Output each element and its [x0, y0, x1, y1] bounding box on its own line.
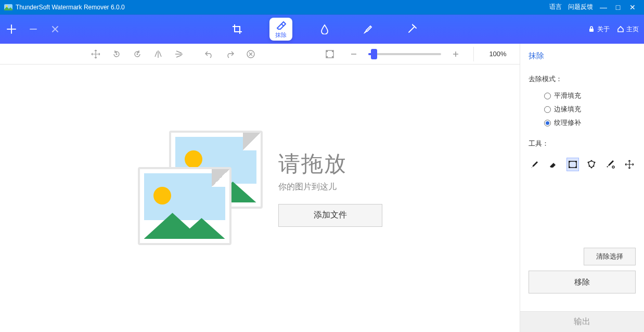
delete-icon[interactable] [241, 45, 260, 63]
mode-texture-label: 纹理修补 [554, 118, 581, 127]
mode-texture-option[interactable]: 纹理修补 [529, 116, 636, 130]
drop-title: 请拖放 [278, 149, 382, 178]
svg-point-4 [137, 53, 138, 55]
crop-icon [232, 24, 242, 34]
svg-point-16 [588, 162, 589, 163]
svg-point-19 [593, 165, 595, 167]
rect-select-tool[interactable] [566, 158, 579, 171]
svg-point-17 [591, 160, 593, 162]
drop-subtitle: 你的图片到这儿 [278, 182, 382, 193]
about-label: 关于 [597, 25, 610, 34]
tool-blur[interactable] [313, 18, 336, 41]
tool-erase[interactable]: 抹除 [269, 18, 292, 41]
svg-rect-10 [332, 56, 333, 58]
paint-tool[interactable] [529, 158, 541, 171]
mode-smooth-option[interactable]: 平滑填充 [529, 89, 636, 103]
tool-crop[interactable] [226, 18, 249, 41]
zoom-value: 100% [482, 50, 513, 58]
mode-edge-label: 边缘填充 [554, 105, 581, 114]
secondary-toolbar: 100% [0, 44, 520, 65]
svg-rect-13 [575, 161, 577, 162]
svg-rect-2 [589, 29, 594, 32]
svg-rect-12 [569, 161, 570, 162]
svg-rect-15 [575, 167, 577, 168]
svg-rect-11 [569, 161, 576, 168]
app-icon [4, 3, 12, 11]
move-tool-icon[interactable] [86, 45, 105, 63]
tool-wand[interactable] [401, 18, 423, 41]
fit-icon[interactable] [320, 45, 339, 63]
redo-icon[interactable] [221, 45, 239, 63]
radio-icon [544, 106, 551, 113]
output-button[interactable]: 输出 [520, 311, 644, 332]
radio-icon [544, 93, 551, 99]
svg-rect-7 [326, 50, 328, 52]
flip-v-icon[interactable] [170, 45, 188, 63]
canvas-drop-zone[interactable]: 请拖放 你的图片到这儿 添加文件 [78, 65, 442, 311]
eraser-icon [276, 21, 286, 31]
add-file-icon[interactable] [5, 23, 18, 35]
svg-point-22 [612, 166, 614, 168]
remove-button[interactable]: 移除 [529, 271, 636, 293]
close-button[interactable]: ✕ [625, 0, 640, 15]
clear-selection-button[interactable]: 清除选择 [584, 248, 636, 265]
brush-icon [363, 24, 373, 34]
rotate-cw-icon[interactable] [128, 45, 147, 63]
svg-rect-8 [332, 50, 333, 52]
svg-rect-14 [569, 167, 570, 168]
minimize-button[interactable]: — [596, 0, 611, 15]
language-link[interactable]: 语言 [549, 3, 562, 11]
tool-strip [529, 158, 636, 171]
droplet-icon [319, 24, 330, 34]
tool-brush[interactable] [357, 18, 380, 41]
home-label: 主页 [626, 25, 639, 34]
erase-tool[interactable] [547, 158, 560, 171]
output-label: 输出 [574, 316, 590, 327]
svg-point-18 [594, 162, 596, 163]
mode-edge-option[interactable]: 边缘填充 [529, 103, 636, 116]
feedback-link[interactable]: 问题反馈 [568, 3, 593, 11]
close-file-icon[interactable] [49, 23, 61, 35]
zoom-slider[interactable] [368, 53, 441, 55]
prev-icon[interactable] [27, 23, 40, 35]
zoom-out-button[interactable] [344, 45, 363, 63]
mode-section-title: 去除模式： [529, 74, 636, 84]
mode-smooth-label: 平滑填充 [554, 91, 581, 100]
zoom-slider-thumb[interactable] [371, 49, 377, 59]
undo-icon[interactable] [200, 45, 218, 63]
lock-icon [588, 25, 595, 33]
main-toolbar: 抹除 关于 主页 [0, 15, 644, 44]
move-selection-tool[interactable] [623, 158, 636, 171]
titlebar: ThunderSoft Watermark Remover 6.0.0 语言 问… [0, 0, 644, 15]
drop-illustration [138, 131, 263, 245]
about-link[interactable]: 关于 [588, 25, 610, 34]
lasso-tool[interactable] [585, 158, 598, 171]
svg-point-20 [591, 167, 593, 169]
svg-point-3 [116, 53, 118, 55]
flip-h-icon[interactable] [149, 45, 168, 63]
radio-icon [544, 120, 551, 126]
rotate-ccw-icon[interactable] [107, 45, 126, 63]
maximize-button[interactable]: □ [611, 0, 625, 15]
wand-icon [407, 24, 417, 34]
add-file-button[interactable]: 添加文件 [278, 204, 382, 227]
zoom-in-button[interactable] [446, 45, 465, 63]
home-link[interactable]: 主页 [617, 25, 639, 34]
pen-tool[interactable] [604, 158, 616, 171]
svg-point-21 [589, 165, 590, 167]
tools-section-title: 工具： [529, 139, 636, 148]
home-icon [617, 25, 624, 33]
app-title: ThunderSoft Watermark Remover 6.0.0 [16, 4, 125, 11]
tool-erase-label: 抹除 [275, 32, 287, 38]
side-panel: 抹除 去除模式： 平滑填充 边缘填充 纹理修补 工具： 清除选择 移除 [520, 44, 644, 332]
panel-title: 抹除 [529, 51, 636, 61]
svg-rect-9 [326, 56, 328, 58]
